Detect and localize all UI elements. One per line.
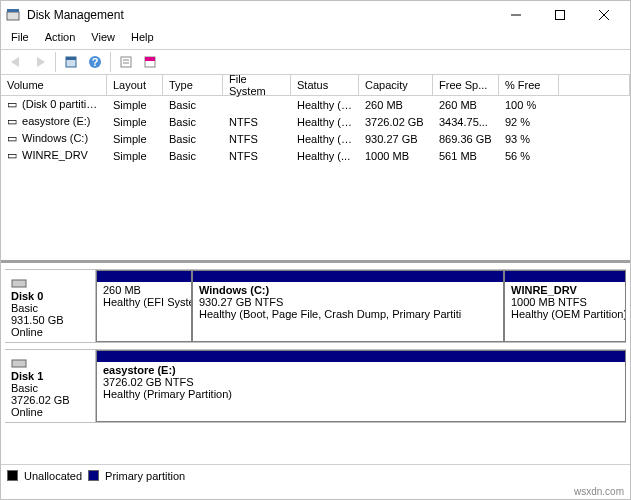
- table-row[interactable]: ▭ WINRE_DRVSimpleBasicNTFSHealthy (...10…: [1, 147, 630, 164]
- menubar: File Action View Help: [1, 29, 630, 49]
- table-body: ▭ (Disk 0 partition 1)SimpleBasicHealthy…: [1, 96, 630, 164]
- cell: Healthy (B...: [291, 132, 359, 146]
- help-button[interactable]: ?: [84, 51, 106, 73]
- settings-button[interactable]: [115, 51, 137, 73]
- svg-rect-9: [66, 57, 76, 60]
- partition-status: Healthy (OEM Partition): [511, 308, 619, 320]
- disk-header[interactable]: Disk 1Basic3726.02 GBOnline: [5, 350, 96, 422]
- legend-label: Unallocated: [24, 470, 82, 482]
- partition[interactable]: WINRE_DRV1000 MB NTFSHealthy (OEM Partit…: [504, 270, 626, 342]
- cell: 930.27 GB: [359, 132, 433, 146]
- cell: NTFS: [223, 149, 291, 163]
- cell: Simple: [107, 132, 163, 146]
- cell: Healthy (E...: [291, 98, 359, 112]
- disk-row: Disk 1Basic3726.02 GBOnlineeasystore (E:…: [5, 349, 626, 423]
- column-header-spacer: [559, 75, 630, 95]
- volume-table: VolumeLayoutTypeFile SystemStatusCapacit…: [1, 75, 630, 260]
- svg-rect-17: [12, 280, 26, 287]
- cell: ▭ (Disk 0 partition 1): [1, 97, 107, 112]
- column-header[interactable]: Layout: [107, 75, 163, 95]
- separator: [55, 52, 56, 72]
- window-title: Disk Management: [27, 8, 494, 22]
- disk-body: easystore (E:)3726.02 GB NTFSHealthy (Pr…: [96, 350, 626, 422]
- toolbar: ?: [1, 49, 630, 75]
- partition-label: Windows (C:): [199, 284, 497, 296]
- menu-action[interactable]: Action: [37, 29, 84, 49]
- disk-name: Disk 1: [11, 370, 89, 382]
- cell: NTFS: [223, 115, 291, 129]
- partition-label: easystore (E:): [103, 364, 619, 376]
- refresh-button[interactable]: [60, 51, 82, 73]
- menu-view[interactable]: View: [83, 29, 123, 49]
- cell: NTFS: [223, 132, 291, 146]
- disk-type: Basic: [11, 302, 89, 314]
- cell: Basic: [163, 98, 223, 112]
- cell: 100 %: [499, 98, 559, 112]
- cell: 561 MB: [433, 149, 499, 163]
- cell: ▭ easystore (E:): [1, 114, 107, 129]
- partition-size: 1000 MB NTFS: [511, 296, 619, 308]
- disk-state: Online: [11, 326, 89, 338]
- app-icon: [5, 7, 21, 23]
- column-header[interactable]: File System: [223, 75, 291, 95]
- column-header[interactable]: Capacity: [359, 75, 433, 95]
- swatch-primary: [88, 470, 99, 481]
- table-row[interactable]: ▭ easystore (E:)SimpleBasicNTFSHealthy (…: [1, 113, 630, 130]
- maximize-button[interactable]: [538, 1, 582, 29]
- minimize-button[interactable]: [494, 1, 538, 29]
- disk-state: Online: [11, 406, 89, 418]
- partition[interactable]: easystore (E:)3726.02 GB NTFSHealthy (Pr…: [96, 350, 626, 422]
- cell: 3726.02 GB: [359, 115, 433, 129]
- partition-status: Healthy (Boot, Page File, Crash Dump, Pr…: [199, 308, 497, 320]
- forward-button[interactable]: [29, 51, 51, 73]
- partition-bar: [193, 271, 503, 282]
- titlebar: Disk Management: [1, 1, 630, 29]
- action-button[interactable]: [139, 51, 161, 73]
- cell: 869.36 GB: [433, 132, 499, 146]
- disk-body: 260 MBHealthy (EFI SystemWindows (C:)930…: [96, 270, 626, 342]
- disk-size: 931.50 GB: [11, 314, 89, 326]
- cell: Simple: [107, 115, 163, 129]
- svg-rect-3: [556, 11, 565, 20]
- menu-file[interactable]: File: [3, 29, 37, 49]
- partition-status: Healthy (EFI System: [103, 296, 185, 308]
- cell: Simple: [107, 149, 163, 163]
- cell: ▭ Windows (C:): [1, 131, 107, 146]
- close-button[interactable]: [582, 1, 626, 29]
- column-header[interactable]: Volume: [1, 75, 107, 95]
- svg-rect-16: [145, 57, 155, 61]
- svg-marker-7: [37, 57, 45, 67]
- watermark: wsxdn.com: [1, 486, 630, 499]
- cell: 260 MB: [433, 98, 499, 112]
- cell: Healthy (...: [291, 149, 359, 163]
- cell: 92 %: [499, 115, 559, 129]
- column-header[interactable]: % Free: [499, 75, 559, 95]
- legend-label: Primary partition: [105, 470, 185, 482]
- disk-size: 3726.02 GB: [11, 394, 89, 406]
- cell: Basic: [163, 115, 223, 129]
- column-header[interactable]: Type: [163, 75, 223, 95]
- partition[interactable]: 260 MBHealthy (EFI System: [96, 270, 192, 342]
- column-header[interactable]: Free Sp...: [433, 75, 499, 95]
- partition-size: 3726.02 GB NTFS: [103, 376, 619, 388]
- svg-rect-18: [12, 360, 26, 367]
- disk-name: Disk 0: [11, 290, 89, 302]
- partition[interactable]: Windows (C:)930.27 GB NTFSHealthy (Boot,…: [192, 270, 504, 342]
- menu-help[interactable]: Help: [123, 29, 162, 49]
- graphical-view: Disk 0Basic931.50 GBOnline260 MBHealthy …: [1, 260, 630, 460]
- cell: 3434.75...: [433, 115, 499, 129]
- disk-header[interactable]: Disk 0Basic931.50 GBOnline: [5, 270, 96, 342]
- table-header: VolumeLayoutTypeFile SystemStatusCapacit…: [1, 75, 630, 96]
- disk-row: Disk 0Basic931.50 GBOnline260 MBHealthy …: [5, 269, 626, 343]
- svg-rect-0: [7, 12, 19, 20]
- swatch-unallocated: [7, 470, 18, 481]
- cell: [223, 104, 291, 106]
- table-row[interactable]: ▭ Windows (C:)SimpleBasicNTFSHealthy (B.…: [1, 130, 630, 147]
- cell: Basic: [163, 149, 223, 163]
- cell: 1000 MB: [359, 149, 433, 163]
- back-button[interactable]: [5, 51, 27, 73]
- column-header[interactable]: Status: [291, 75, 359, 95]
- table-row[interactable]: ▭ (Disk 0 partition 1)SimpleBasicHealthy…: [1, 96, 630, 113]
- separator: [110, 52, 111, 72]
- svg-rect-1: [7, 9, 19, 12]
